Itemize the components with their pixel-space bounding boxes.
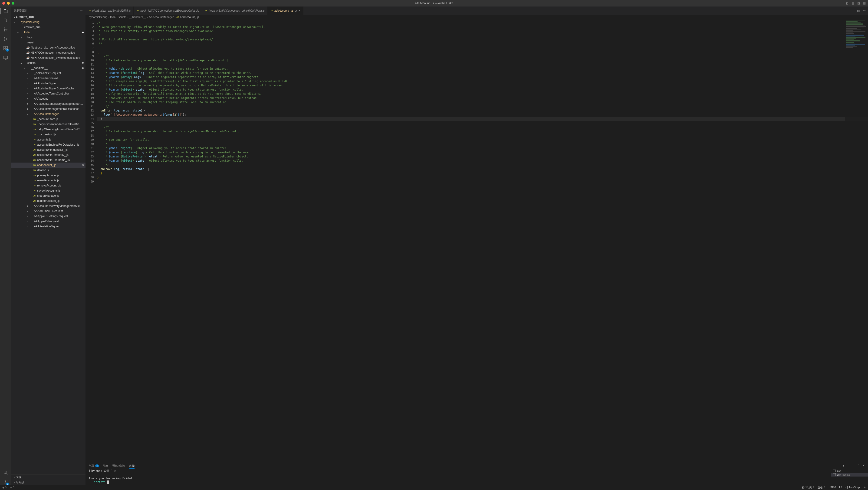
tree-file[interactable]: JSaccountWithIdentifier_.js: [11, 147, 86, 152]
status-warnings[interactable]: ⚠ 0: [10, 486, 14, 489]
project-header[interactable]: ⌄ AUTHKIT_AKD: [11, 15, 86, 19]
panel-tab[interactable]: 终端: [129, 464, 134, 469]
tree-file[interactable]: JS_accountStore.js: [11, 117, 86, 122]
tree-folder[interactable]: ›AAAbsintheSignerContextCache: [11, 86, 86, 91]
minimap[interactable]: [845, 20, 868, 463]
layout-left-icon[interactable]: ◧: [846, 2, 848, 5]
editor-tab[interactable]: JShook_NSXPCConnection_printAllObjcPara.…: [202, 6, 268, 14]
panel-tab[interactable]: 输出: [103, 464, 108, 467]
tree-file[interactable]: JS_stopObservingAccountStoreDidCha_d402e…: [11, 127, 86, 132]
terminal-instance[interactable]: zsh: [831, 469, 868, 473]
breadcrumbs[interactable]: dynamicDebug›frida›scripts›__handlers__›…: [86, 14, 868, 20]
tree-file[interactable]: JSaccounts.js: [11, 137, 86, 142]
status-language[interactable]: { } JavaScript: [845, 486, 861, 489]
panel-tab[interactable]: 调试控制台: [113, 464, 125, 467]
account-icon[interactable]: [3, 470, 8, 476]
status-encoding[interactable]: UTF-8: [829, 486, 836, 489]
tree-folder[interactable]: ⌄result: [11, 40, 86, 45]
tree-file[interactable]: JSaccountWithPersonID_.js: [11, 152, 86, 158]
panel-tab[interactable]: 问题3: [89, 464, 99, 467]
remote-icon[interactable]: [3, 55, 8, 60]
split-editor-icon[interactable]: ◫: [857, 9, 860, 12]
run-debug-icon[interactable]: [3, 36, 8, 42]
status-cursor[interactable]: 行 24, 列 5: [802, 486, 814, 489]
extensions-icon[interactable]: 2: [3, 45, 8, 51]
tree-folder[interactable]: ›AAAccountBeneficiaryManagementViewModel: [11, 101, 86, 106]
tree-folder[interactable]: ›AAAppleTVRequest: [11, 219, 86, 224]
outline-section[interactable]: › 大纲: [11, 475, 86, 480]
more-icon[interactable]: ⋯: [80, 9, 83, 12]
tree-file[interactable]: ☕NSXPCConnection_methods.coffee: [11, 50, 86, 55]
breadcrumb-item[interactable]: AAAccountManager: [149, 15, 174, 19]
tree-folder[interactable]: ›AAAbsintheContext: [11, 76, 86, 81]
terminal-dropdown-icon[interactable]: ⌄: [847, 464, 850, 467]
panel-more-icon[interactable]: ⋯: [852, 464, 855, 467]
panel-close-icon[interactable]: ✕: [863, 464, 865, 467]
tree-folder[interactable]: ⌄scripts: [11, 60, 86, 65]
tree-item-label: AAAccount: [34, 97, 84, 100]
tree-file[interactable]: JSprimaryAccount.js: [11, 173, 86, 178]
editor-tab[interactable]: JShook_NSXPCConnection_setExportedObject…: [133, 6, 202, 14]
tree-folder[interactable]: ›AAAccount: [11, 96, 86, 101]
search-icon[interactable]: [3, 18, 8, 23]
tree-file[interactable]: JS_beginObservingAccountStoreDidCh_cb0c1…: [11, 122, 86, 127]
tree-file[interactable]: JSupdateAccount_.js: [11, 198, 86, 203]
code-area[interactable]: /* * Auto-generated by Frida. Please mod…: [97, 20, 868, 463]
layout-right-icon[interactable]: ◨: [857, 2, 860, 5]
panel-maximize-icon[interactable]: ⌃: [858, 464, 860, 467]
breadcrumb-item[interactable]: frida: [110, 15, 116, 19]
terminal-instance[interactable]: zsh scripts: [831, 473, 868, 477]
more-actions-icon[interactable]: ⋯: [863, 9, 866, 12]
status-eol[interactable]: LF: [839, 486, 842, 489]
tree-folder[interactable]: ›AAAppleIDSettingsRequest: [11, 214, 86, 219]
tree-folder[interactable]: ⌄AAAccountManager: [11, 111, 86, 117]
tree-folder[interactable]: ›AAAccountManagementUIResponse: [11, 106, 86, 111]
tree-folder[interactable]: ›AAAddEmailUIRequest: [11, 208, 86, 214]
tree-folder[interactable]: ›logs: [11, 35, 86, 40]
layout-bottom-icon[interactable]: ⬓: [851, 2, 854, 5]
editor-tab[interactable]: JSaddAccount_.js3✕: [268, 6, 303, 14]
code-line: * It is also possible to modify argument…: [97, 84, 868, 88]
timeline-section[interactable]: › 时间线: [11, 480, 86, 485]
tree-folder[interactable]: ›AAAttestationSigner: [11, 224, 86, 229]
minimize-window[interactable]: [7, 2, 10, 5]
tree-file[interactable]: JSsharedManager.js: [11, 193, 86, 198]
breadcrumb-item[interactable]: scripts: [118, 15, 126, 19]
terminal[interactable]: [iPhone::设置 ]-> Thank you for using Frid…: [86, 468, 831, 485]
editor-tab[interactable]: JSfridaStalker_akdSymbol2575.js: [86, 6, 133, 14]
tree-file[interactable]: JSsaveAllAccounts.js: [11, 188, 86, 193]
tree-file[interactable]: JSreloadAccounts.js: [11, 178, 86, 183]
project-name: AUTHKIT_AKD: [16, 16, 34, 19]
breadcrumb-item[interactable]: dynamicDebug: [89, 15, 107, 19]
close-window[interactable]: [2, 2, 5, 5]
tree-file[interactable]: ☕fridatrace_akd_verifyAccount.coffee: [11, 45, 86, 50]
chevron-down-icon: ⌄: [12, 15, 16, 19]
new-terminal-icon[interactable]: ＋: [842, 464, 845, 467]
tree-folder[interactable]: ⌄__handlers__: [11, 65, 86, 71]
status-feedback-icon[interactable]: ♫: [864, 486, 866, 489]
tree-file[interactable]: JSaccountWithUsername_.js: [11, 158, 86, 163]
status-errors[interactable]: ⊘ 3: [2, 486, 6, 489]
source-control-icon[interactable]: [3, 27, 8, 33]
settings-icon[interactable]: 1: [3, 479, 8, 485]
tree-file[interactable]: JSdealloc.js: [11, 168, 86, 173]
tree-folder[interactable]: ⌄frida: [11, 30, 86, 35]
tree-folder[interactable]: ›_AABasicGetRequest: [11, 71, 86, 76]
tree-file[interactable]: JSaccountsEnabledForDataclass_.js: [11, 142, 86, 147]
tree-folder[interactable]: ›AAAbsintheSigner: [11, 81, 86, 86]
tree-folder[interactable]: ⌄dynamicDebug: [11, 20, 86, 25]
tree-file[interactable]: ☕NSXPCConnection_ownMethods.coffee: [11, 55, 86, 60]
tree-folder[interactable]: ›AAAcceptedTermsController: [11, 91, 86, 96]
explorer-icon[interactable]: [3, 8, 8, 14]
tree-folder[interactable]: ›AAAccountRecoveryManagementViewModel: [11, 203, 86, 208]
tree-file[interactable]: JSaddAccount_.js3: [11, 163, 86, 168]
close-tab-icon[interactable]: ✕: [298, 9, 301, 12]
tree-file[interactable]: JS.cxx_destruct.js: [11, 132, 86, 137]
status-indent[interactable]: 空格: 2: [817, 486, 826, 489]
breadcrumb-item[interactable]: addAccount_.js: [180, 15, 199, 19]
zoom-window[interactable]: [11, 2, 14, 5]
breadcrumb-item[interactable]: __handlers__: [129, 15, 146, 19]
tree-folder[interactable]: ›emulate_arm: [11, 25, 86, 30]
tree-file[interactable]: JSremoveAccount_.js: [11, 183, 86, 188]
layout-grid-icon[interactable]: ▦: [863, 2, 866, 5]
